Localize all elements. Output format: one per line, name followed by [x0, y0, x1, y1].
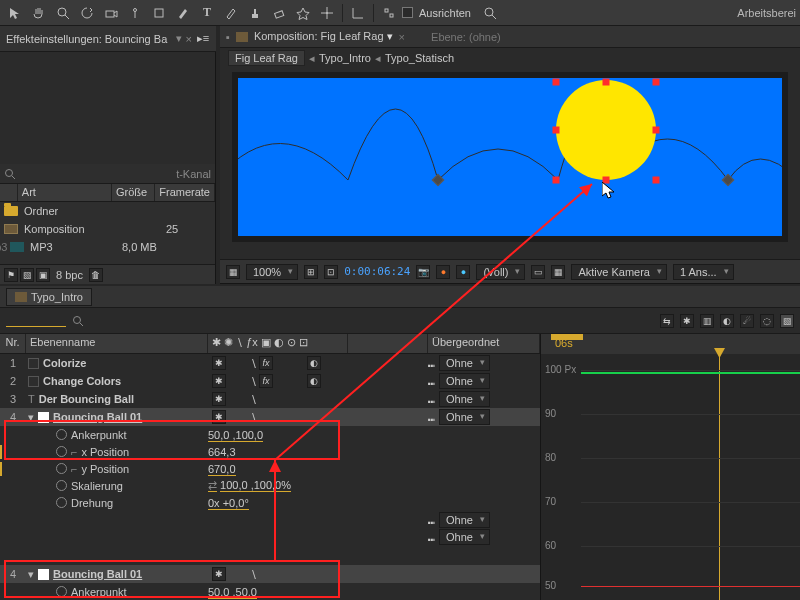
mouse-cursor-icon [602, 182, 614, 200]
color-label[interactable] [38, 412, 49, 423]
col-fps[interactable]: Framerate [155, 184, 215, 201]
col-name[interactable]: Ebenenname [26, 334, 208, 353]
new-comp-icon[interactable]: ▧ [20, 268, 34, 282]
selection-handle[interactable] [653, 127, 660, 134]
stopwatch-icon[interactable] [56, 429, 67, 440]
col-parent[interactable]: Übergeordnet [428, 334, 540, 353]
roi-icon[interactable]: ▭ [531, 265, 545, 279]
channel-icon[interactable]: ● [436, 265, 450, 279]
svg-rect-5 [155, 9, 163, 17]
svg-line-21 [80, 323, 83, 326]
auto-keyframe-icon[interactable]: ◌ [760, 314, 774, 328]
trash-icon[interactable]: 🗑 [89, 268, 103, 282]
graph-curve [581, 586, 800, 587]
stopwatch-icon[interactable] [56, 463, 67, 474]
selection-handle[interactable] [553, 177, 560, 184]
anchor-tool[interactable] [124, 3, 146, 23]
selection-handle[interactable] [653, 177, 660, 184]
eraser-tool[interactable] [268, 3, 290, 23]
color-label[interactable] [28, 376, 39, 387]
camera-dropdown[interactable]: Aktive Kamera [571, 264, 667, 280]
selection-handle[interactable] [603, 79, 610, 86]
selection-handle[interactable] [553, 79, 560, 86]
keyframe-nav-icon[interactable] [0, 462, 2, 476]
col-size[interactable]: Größe [112, 184, 155, 201]
snapshot-icon[interactable]: 📷 [416, 265, 430, 279]
new-folder-icon[interactable]: ▣ [36, 268, 50, 282]
hand-tool[interactable] [28, 3, 50, 23]
brush-tool[interactable] [220, 3, 242, 23]
pen-tool[interactable] [172, 3, 194, 23]
col-modes[interactable] [348, 334, 428, 353]
viewer-tab-active[interactable]: Komposition: Fig Leaf Rag ▾ [254, 30, 393, 43]
interpret-footage-icon[interactable]: ⚑ [4, 268, 18, 282]
draft3d-icon[interactable]: ✱ [680, 314, 694, 328]
workspace-menu[interactable]: Arbeitsberei [737, 7, 796, 19]
selection-handle[interactable] [653, 79, 660, 86]
viewer-tab-layer[interactable]: Ebene: (ohne) [431, 31, 501, 43]
comp-mini-flowchart-icon[interactable]: ⇆ [660, 314, 674, 328]
graph-editor[interactable]: 06s 100 Px 90 80 70 60 50 [540, 334, 800, 600]
svg-line-19 [12, 176, 15, 179]
axis-mode[interactable] [347, 3, 369, 23]
color-label[interactable] [28, 358, 39, 369]
always-preview-icon[interactable]: ▦ [226, 265, 240, 279]
brainstorm-icon[interactable]: ☄ [740, 314, 754, 328]
project-row-mp3[interactable]: mp3 MP3 8,0 MB [0, 238, 215, 256]
camera-tool[interactable] [100, 3, 122, 23]
grid-icon[interactable]: ▦ [551, 265, 565, 279]
svg-point-9 [326, 12, 328, 14]
stopwatch-icon[interactable] [56, 497, 67, 508]
canvas[interactable] [232, 72, 788, 242]
timeline-tab[interactable]: Typo_Intro [6, 288, 92, 306]
frameblend-icon[interactable]: ▥ [700, 314, 714, 328]
rotate-tool[interactable] [76, 3, 98, 23]
shape-ball[interactable] [556, 80, 656, 180]
effects-panel-tab[interactable]: Effekteinstellungen: Bouncing Ba ▾ × ▸≡ [0, 26, 216, 52]
col-type[interactable]: Art [18, 184, 112, 201]
project-row-comp[interactable]: Komposition 25 [0, 220, 215, 238]
zoom-dropdown[interactable]: 100% [246, 264, 298, 280]
motionblur-icon[interactable]: ◐ [720, 314, 734, 328]
stopwatch-icon[interactable] [56, 586, 67, 597]
align-checkbox[interactable] [402, 7, 413, 18]
channel-icon[interactable]: ● [456, 265, 470, 279]
puppet-tool[interactable] [316, 3, 338, 23]
resolution-icon[interactable]: ⊞ [304, 265, 318, 279]
current-time-indicator[interactable] [719, 354, 720, 600]
lock-icon[interactable]: ▪ [226, 31, 230, 43]
graph-editor-icon[interactable]: ▧ [780, 314, 794, 328]
rect-tool[interactable] [148, 3, 170, 23]
selection-handle[interactable] [553, 127, 560, 134]
search-icon[interactable] [72, 315, 84, 327]
panel-menu-icon[interactable]: ▸≡ [196, 32, 210, 45]
current-timecode[interactable]: 0:00:06:24 [344, 265, 410, 278]
text-tool[interactable]: T [196, 3, 218, 23]
search-icon[interactable] [479, 3, 501, 23]
bpc-indicator[interactable]: 8 bpc [56, 269, 83, 281]
crumb-0[interactable]: Fig Leaf Rag [228, 50, 305, 66]
selection-tool[interactable] [4, 3, 26, 23]
stopwatch-icon[interactable] [56, 446, 67, 457]
viewer-tabs: ▪ Komposition: Fig Leaf Rag ▾ × Ebene: (… [220, 26, 800, 48]
col-nr[interactable]: Nr. [0, 334, 26, 353]
keyframe-nav-icon[interactable] [0, 445, 2, 459]
crumb-1[interactable]: Typo_Intro [319, 52, 371, 64]
time-ruler[interactable]: 06s [541, 334, 800, 354]
snap-toggle[interactable] [378, 3, 400, 23]
folder-icon [4, 206, 18, 216]
roto-tool[interactable] [292, 3, 314, 23]
view-layout-dropdown[interactable]: 1 Ans... [673, 264, 734, 280]
zoom-tool[interactable] [52, 3, 74, 23]
timecode-mode-icon[interactable]: ⊡ [324, 265, 338, 279]
resolution-dropdown[interactable]: (Voll) [476, 264, 525, 280]
stamp-tool[interactable] [244, 3, 266, 23]
col-switches[interactable]: ✱ ✺ ∖ ƒx ▣ ◐ ⊙ ⊡ [208, 334, 348, 353]
stopwatch-icon[interactable] [56, 480, 67, 491]
breadcrumb: Fig Leaf Rag ◂ Typo_Intro ◂ Typo_Statisc… [220, 48, 800, 68]
color-label[interactable] [38, 569, 49, 580]
svg-point-20 [74, 316, 81, 323]
project-row-folder[interactable]: Ordner [0, 202, 215, 220]
crumb-2[interactable]: Typo_Statisch [385, 52, 454, 64]
timecode-field[interactable] [6, 314, 66, 327]
